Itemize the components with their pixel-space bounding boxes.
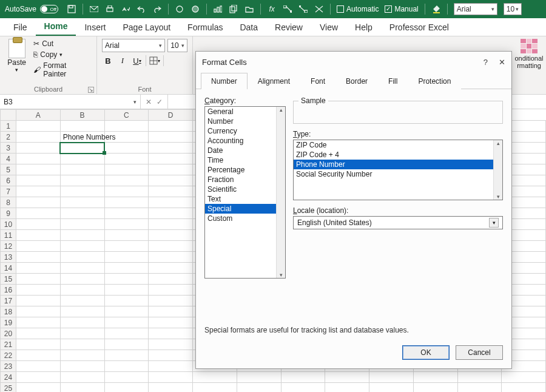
cell[interactable] — [60, 175, 104, 186]
cell[interactable] — [60, 230, 104, 241]
tab-insert[interactable]: Insert — [76, 19, 114, 36]
cell[interactable] — [413, 383, 457, 393]
row-header[interactable]: 17 — [1, 296, 16, 306]
type-listbox[interactable]: ZIP CodeZIP Code + 4Phone NumberSocial S… — [293, 140, 503, 200]
cell[interactable] — [60, 285, 104, 296]
cell[interactable] — [16, 154, 61, 164]
format-painter-button[interactable]: 🖌Format Painter — [32, 61, 92, 79]
cell[interactable] — [281, 372, 325, 383]
cell[interactable] — [104, 121, 149, 132]
cell[interactable] — [60, 317, 104, 328]
cell[interactable] — [149, 219, 193, 230]
cell[interactable] — [60, 339, 104, 350]
cell[interactable] — [149, 208, 193, 219]
cell[interactable] — [60, 154, 104, 164]
cell[interactable] — [104, 328, 149, 339]
tab-view[interactable]: View — [311, 19, 346, 36]
list-item[interactable]: Fraction — [205, 175, 285, 184]
row-header[interactable]: 16 — [1, 285, 16, 296]
row-header[interactable]: 6 — [1, 175, 16, 186]
cell[interactable] — [16, 285, 61, 296]
scroll-down-icon[interactable]: ▾ — [497, 194, 500, 200]
row-header[interactable]: 15 — [1, 274, 16, 285]
trace-dependents-icon[interactable] — [298, 4, 308, 14]
scrollbar[interactable]: ▴▾ — [276, 107, 285, 278]
cell[interactable] — [149, 285, 193, 296]
autosave-control[interactable]: AutoSave Off — [5, 5, 58, 13]
cell[interactable] — [457, 372, 502, 383]
cell[interactable] — [16, 306, 61, 317]
cell[interactable] — [149, 132, 193, 143]
cell[interactable] — [104, 296, 149, 306]
list-item[interactable]: ZIP Code + 4 — [294, 150, 502, 160]
row-header[interactable]: 22 — [1, 350, 16, 361]
cell[interactable] — [104, 285, 149, 296]
row-header[interactable]: 9 — [1, 208, 16, 219]
cell[interactable] — [149, 186, 193, 197]
automatic-calc[interactable]: Automatic — [337, 5, 379, 13]
italic-button[interactable]: I — [116, 55, 129, 67]
select-all-corner[interactable] — [1, 110, 16, 121]
enter-formula-icon[interactable]: ✓ — [157, 98, 163, 106]
cell[interactable] — [149, 230, 193, 241]
cell[interactable] — [104, 143, 149, 154]
cell[interactable] — [16, 339, 61, 350]
cell[interactable] — [149, 154, 193, 164]
fx-icon[interactable]: fx — [267, 4, 277, 14]
qat-font-size[interactable]: 10▾ — [504, 3, 522, 15]
cell[interactable] — [237, 372, 281, 383]
qat-font-name[interactable]: Arial▾ — [454, 3, 497, 15]
cell[interactable] — [149, 339, 193, 350]
tab-home[interactable]: Home — [36, 18, 76, 36]
cell[interactable] — [149, 252, 193, 263]
bold-button[interactable]: B — [102, 55, 114, 67]
cell[interactable] — [104, 241, 149, 252]
font-size-combo[interactable]: 10▾ — [167, 39, 187, 52]
dialog-titlebar[interactable]: Format Cells ? ✕ — [196, 52, 511, 72]
cell[interactable] — [104, 361, 149, 372]
row-header[interactable]: 11 — [1, 230, 16, 241]
cell[interactable] — [104, 175, 149, 186]
dialog-launcher-icon[interactable]: ↘ — [88, 87, 94, 93]
cell[interactable] — [60, 121, 104, 132]
cell[interactable] — [413, 372, 457, 383]
row-header[interactable]: 12 — [1, 241, 16, 252]
row-header[interactable]: 21 — [1, 339, 16, 350]
cell[interactable] — [149, 164, 193, 175]
cell[interactable] — [104, 306, 149, 317]
cell[interactable] — [104, 252, 149, 263]
cell[interactable] — [16, 197, 61, 208]
cell[interactable] — [237, 383, 281, 393]
borders-button[interactable]: ▾ — [149, 55, 161, 67]
cell[interactable] — [16, 350, 61, 361]
cut-button[interactable]: ✂Cut — [32, 39, 92, 49]
row-header[interactable]: 19 — [1, 317, 16, 328]
list-item[interactable]: Percentage — [205, 165, 285, 175]
undo-icon[interactable] — [136, 4, 146, 14]
cell[interactable] — [104, 219, 149, 230]
cell[interactable] — [60, 306, 104, 317]
cell[interactable] — [369, 383, 414, 393]
cell[interactable] — [149, 317, 193, 328]
cell[interactable] — [60, 328, 104, 339]
cell[interactable] — [457, 383, 502, 393]
cell[interactable] — [149, 121, 193, 132]
close-icon[interactable]: ✕ — [499, 58, 505, 67]
row-header[interactable]: 8 — [1, 197, 16, 208]
cell[interactable] — [104, 186, 149, 197]
row-header[interactable]: 2 — [1, 132, 16, 143]
cell[interactable] — [104, 383, 149, 393]
cell[interactable] — [60, 274, 104, 285]
cell[interactable] — [149, 361, 193, 372]
cell[interactable] — [149, 328, 193, 339]
chevron-down-icon[interactable]: ▾ — [5, 67, 29, 73]
cell[interactable] — [16, 121, 61, 132]
cell[interactable] — [60, 164, 104, 175]
cell[interactable] — [369, 372, 414, 383]
row-header[interactable]: 10 — [1, 219, 16, 230]
row-header[interactable]: 18 — [1, 306, 16, 317]
cell[interactable] — [281, 383, 325, 393]
col-header[interactable]: A — [16, 110, 61, 121]
row-header[interactable]: 20 — [1, 328, 16, 339]
cell[interactable] — [16, 164, 61, 175]
